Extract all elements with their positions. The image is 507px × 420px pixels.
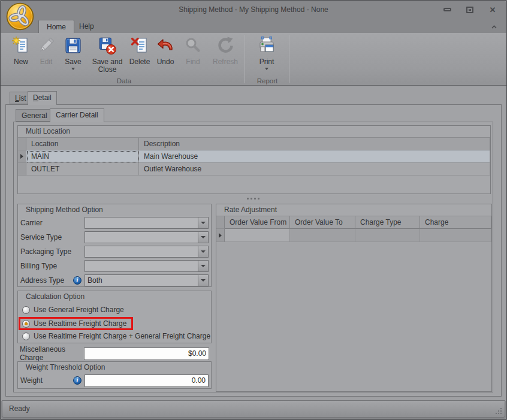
- cell-charge[interactable]: [420, 229, 491, 242]
- rate-adjustment-groupbox: Rate Adjustment Order Value From Order V…: [216, 204, 492, 392]
- close-icon: ✕: [490, 6, 496, 14]
- column-header-charge[interactable]: Charge: [420, 216, 491, 229]
- calculation-option-groupbox: Calculation Option Use General Freight C…: [17, 291, 212, 343]
- search-icon: [183, 36, 203, 57]
- column-header-description[interactable]: Description: [139, 138, 490, 150]
- delete-document-icon: [130, 36, 149, 57]
- tab-carrier-detail[interactable]: Carrier Detail: [50, 108, 104, 122]
- multi-location-title: Multi Location: [18, 126, 490, 137]
- row-indicator-icon: [20, 154, 23, 159]
- tab-detail[interactable]: Detail: [28, 91, 57, 105]
- trefoil-logo-icon: [6, 2, 34, 31]
- cell-order-value-from[interactable]: [225, 229, 290, 242]
- cell-charge-type[interactable]: [355, 229, 420, 242]
- shipping-method-option-title: Shipping Method Option: [18, 204, 211, 216]
- radio-use-realtime-freight-charge[interactable]: Use Realtime Freight Charge: [19, 317, 133, 330]
- chevron-up-icon: [491, 24, 497, 29]
- carrier-label: Carrier: [20, 219, 84, 227]
- table-row[interactable]: [216, 229, 491, 242]
- chevron-down-icon[interactable]: [198, 261, 208, 271]
- app-logo-button[interactable]: [6, 2, 34, 31]
- address-type-label: Address Type: [20, 276, 73, 285]
- resize-grip[interactable]: [494, 407, 502, 414]
- new-document-icon: [11, 36, 31, 57]
- ribbon-group-separator: [289, 35, 289, 83]
- refresh-button: Refresh: [208, 34, 243, 76]
- weight-label: Weight: [20, 376, 73, 385]
- chevron-down-icon[interactable]: [198, 217, 208, 228]
- grid-header-row: Order Value From Order Value To Charge T…: [216, 216, 491, 229]
- rate-adjustment-title: Rate Adjustment: [216, 204, 491, 216]
- multi-location-grid: Location Description MAIN Main Warehouse…: [18, 137, 490, 194]
- status-text: Ready: [2, 401, 505, 417]
- radio-use-realtime-plus-general[interactable]: Use Realtime Freight Charge + General Fr…: [22, 332, 210, 340]
- window-title: Shipping Method - My Shipping Method - N…: [1, 1, 506, 19]
- radio-use-general-freight-charge[interactable]: Use General Freight Charge: [22, 306, 124, 314]
- print-dropdown-arrow-icon[interactable]: [265, 68, 268, 70]
- miscellaneous-charge-input[interactable]: [84, 348, 209, 360]
- info-icon[interactable]: [73, 376, 82, 385]
- column-header-order-value-from[interactable]: Order Value From: [225, 216, 290, 229]
- cell-location[interactable]: MAIN: [26, 150, 139, 163]
- packaging-type-combobox[interactable]: [84, 246, 209, 258]
- chevron-down-icon[interactable]: [198, 275, 208, 286]
- table-row[interactable]: OUTLET Outlet Warehouse: [18, 163, 490, 176]
- close-button[interactable]: ✕: [486, 5, 499, 14]
- new-button[interactable]: New: [8, 34, 34, 76]
- chevron-down-icon[interactable]: [198, 232, 208, 243]
- ribbon-tab-row: Home Help: [1, 19, 506, 33]
- column-header-location[interactable]: Location: [26, 138, 139, 150]
- find-button: Find: [179, 34, 207, 76]
- tab-general[interactable]: General: [16, 109, 53, 122]
- cell-description[interactable]: Main Warehouse: [139, 150, 490, 163]
- service-type-label: Service Type: [20, 233, 84, 241]
- address-type-combobox[interactable]: Both: [84, 274, 209, 286]
- cell-order-value-to[interactable]: [290, 229, 355, 242]
- grid-corner: [216, 216, 225, 229]
- save-close-icon: [98, 36, 117, 57]
- printer-icon: [257, 36, 276, 57]
- weight-threshold-title: Weight Threshold Option: [18, 362, 211, 373]
- minimize-button[interactable]: [440, 5, 454, 14]
- carrier-combobox[interactable]: [84, 217, 209, 229]
- tab-home[interactable]: Home: [38, 20, 74, 34]
- save-dropdown-arrow-icon[interactable]: [71, 68, 75, 70]
- miscellaneous-charge-label: Miscellaneous Charge: [20, 345, 84, 362]
- tab-help[interactable]: Help: [71, 20, 102, 33]
- ribbon-collapse-button[interactable]: [490, 23, 498, 30]
- radio-selected-icon: [22, 320, 30, 328]
- calculation-option-title: Calculation Option: [18, 291, 211, 303]
- undo-button[interactable]: Undo: [153, 34, 178, 76]
- cell-description[interactable]: Outlet Warehouse: [139, 163, 490, 176]
- service-type-combobox[interactable]: [84, 231, 209, 243]
- title-bar: Shipping Method - My Shipping Method - N…: [1, 1, 506, 19]
- delete-button[interactable]: Delete: [126, 34, 153, 76]
- print-button[interactable]: Print: [250, 34, 283, 76]
- status-bar: Ready: [2, 400, 505, 418]
- row-indicator: [18, 163, 26, 176]
- edit-button: Edit: [34, 34, 58, 76]
- restore-button[interactable]: [463, 5, 476, 14]
- cell-location[interactable]: OUTLET: [26, 163, 139, 176]
- undo-icon: [156, 36, 175, 57]
- pencil-icon: [37, 36, 56, 57]
- row-indicator-icon: [219, 233, 222, 238]
- radio-icon: [22, 306, 30, 314]
- chevron-down-icon[interactable]: [198, 246, 208, 257]
- content-area: List Detail General Carrier Detail Multi…: [1, 86, 506, 401]
- billing-type-combobox[interactable]: [84, 260, 209, 272]
- ribbon-group-data-caption: Data: [4, 77, 244, 84]
- column-header-order-value-to[interactable]: Order Value To: [290, 216, 355, 229]
- grid-corner: [18, 138, 26, 150]
- splitter-handle[interactable]: [14, 195, 493, 201]
- table-row[interactable]: MAIN Main Warehouse: [18, 150, 490, 163]
- app-window: Shipping Method - My Shipping Method - N…: [0, 0, 507, 420]
- save-floppy-icon: [64, 36, 83, 57]
- save-and-close-button[interactable]: Save and Close: [88, 34, 126, 76]
- radio-icon: [22, 333, 30, 340]
- restore-icon: [466, 7, 473, 13]
- column-header-charge-type[interactable]: Charge Type: [355, 216, 420, 229]
- info-icon[interactable]: [73, 276, 82, 285]
- weight-input[interactable]: [84, 374, 209, 387]
- save-button[interactable]: Save: [59, 34, 87, 76]
